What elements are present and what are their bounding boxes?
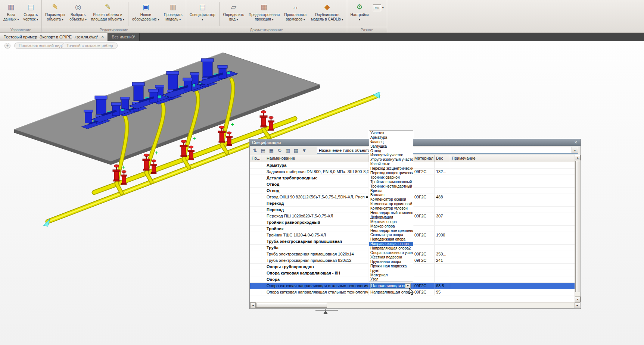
dropdown-option[interactable]: Пружинная подвеска <box>369 264 413 269</box>
combo-open-button[interactable]: ▼ <box>405 283 411 288</box>
panel-close-icon[interactable]: × <box>573 139 578 145</box>
dropdown-option[interactable]: Компенсатор сдвиговый <box>369 202 413 206</box>
export-icon[interactable]: ▥ <box>284 147 292 154</box>
filter-icon[interactable]: ▼ <box>301 147 308 154</box>
vertical-scroll-thumb[interactable] <box>575 161 580 292</box>
visual-style-control[interactable]: Точный с показом рёбер <box>62 43 118 49</box>
column-header[interactable]: Материал <box>413 155 435 162</box>
combo-arrow-icon[interactable]: ▼ <box>572 147 578 153</box>
dropdown-option[interactable]: Участок <box>369 131 413 135</box>
publish-cadlib-button[interactable]: ◆Опубликоватьмодель в CADLib ▾ <box>309 1 345 27</box>
dropdown-option[interactable]: Маркер опора <box>369 224 413 229</box>
define-view-button[interactable]: ▱Определитьвид ▾ <box>221 1 246 27</box>
document-tab[interactable]: Тестовый пример_Экспорт в CPIPE_+земля.d… <box>0 33 108 41</box>
object-params-button[interactable]: ✎Параметрыобъекта ▾ <box>43 1 67 27</box>
panel-title-bar[interactable]: Спецификация × <box>250 139 581 146</box>
dropdown-option[interactable]: Тройник штампованный <box>369 180 413 184</box>
cell-name: Переход ПШ 1020х820-7,5-0,75-ХЛ <box>261 213 369 219</box>
dropdown-option[interactable]: Балласт <box>369 193 413 197</box>
vertical-scrollbar[interactable]: ▲ ▼ <box>575 155 580 302</box>
calc-volume-button[interactable]: ✎Расчет объема иплощади объекта ▾ <box>89 1 126 27</box>
dropdown-option[interactable]: Заглушка <box>369 144 413 149</box>
cell-weight <box>435 238 450 245</box>
tab-close-icon[interactable]: × <box>101 34 104 40</box>
scroll-down-icon[interactable]: ▼ <box>575 297 581 302</box>
column-header[interactable]: Наименование <box>261 155 369 162</box>
database-button[interactable]: ▦Базаданных ▾ <box>1 1 21 27</box>
document-tab[interactable]: Без имени0* <box>108 33 140 41</box>
dropdown-option[interactable]: Врезка <box>369 189 413 193</box>
document-tab-bar: Тестовый пример_Экспорт в CPIPE_+земля.d… <box>0 33 644 41</box>
dropdown-option[interactable]: Жесткая подвеска <box>369 255 413 260</box>
settings-button[interactable]: ⚙Настройки▾ <box>349 1 371 27</box>
dropdown-option[interactable]: Переход концентрически <box>369 171 413 175</box>
table-view-icon[interactable]: ▦ <box>268 147 275 154</box>
scroll-left-icon[interactable]: ◄ <box>250 302 256 308</box>
viewport-controls-toggle[interactable]: + <box>4 43 10 48</box>
table-row[interactable]: Опора катковая направляющая стальных тех… <box>250 289 575 295</box>
horizontal-scrollbar[interactable]: ◄ ► <box>250 302 580 308</box>
dropdown-option[interactable]: Нестандартное креплени <box>369 229 413 233</box>
cell-name: Опора <box>261 276 369 283</box>
table-row[interactable]: Опора катковая направляющая стальных тех… <box>250 283 575 289</box>
dropdown-option[interactable]: Компенсатор угловой <box>369 206 413 211</box>
create-drawing-button[interactable]: ▤Создатьчертеж ▾ <box>21 1 40 27</box>
tab-label: Тестовый пример_Экспорт в CPIPE_+земля.d… <box>4 35 98 39</box>
chevron-down-icon: ▾ <box>62 18 63 21</box>
dropdown-option[interactable]: Отвод <box>369 149 413 153</box>
dropdown-option[interactable]: Деформация <box>369 215 413 220</box>
scroll-up-icon[interactable]: ▲ <box>575 155 581 160</box>
dropdown-option[interactable]: Пружинная опора <box>369 260 413 264</box>
cell-name: Отвод ОКШ 90 820(12К56)-7,5-0,75-1,5DN-Х… <box>261 194 369 200</box>
new-equipment-button[interactable]: ▣Новоеоборудование ▾ <box>130 1 161 27</box>
cell-material: 09Г2С <box>413 251 435 257</box>
dropdown-option[interactable]: Нестандартный компенс <box>369 211 413 215</box>
ms-button[interactable]: ms▾ <box>371 3 385 12</box>
dimensions-button[interactable]: ↔Простановкаразмеров ▾ <box>282 1 308 27</box>
dropdown-option[interactable]: Косой стык <box>369 162 413 166</box>
type-combo-editor[interactable]: Направляющая опор▼ <box>370 283 411 289</box>
dropdown-option[interactable]: Тройник сварной <box>369 175 413 180</box>
scroll-right-icon[interactable]: ► <box>575 302 580 308</box>
object-type-assignment-combo[interactable]: Назначение типов объектов ▼ <box>317 147 578 154</box>
dropdown-option[interactable]: Переход эксцентрически <box>369 166 413 171</box>
insert-row-icon[interactable]: ▤ <box>259 147 267 154</box>
preset-projection-button[interactable]: ▦Преднастроеннаяпроекция ▾ <box>247 1 281 27</box>
table-settings-icon[interactable]: ▩ <box>292 147 300 154</box>
select-objects-button[interactable]: ◎Выбратьобъекты ▾ <box>68 1 88 27</box>
ribbon-group: ✎Параметрыобъекта ▾◎Выбратьобъекты ▾✎Рас… <box>42 0 186 32</box>
view-name-control[interactable]: Пользовательский вид <box>14 43 66 49</box>
dropdown-option[interactable]: Направляющая опора <box>369 242 413 246</box>
dropdown-option[interactable]: Скользящая опора <box>369 233 413 237</box>
cell-weight: 241 <box>435 257 450 264</box>
dropdown-option[interactable]: Неподвижная опора <box>369 237 413 242</box>
specificator-button[interactable]: ▤Спецификатор▾ <box>188 1 217 27</box>
column-header[interactable]: Примечание <box>450 155 575 162</box>
cell-pos <box>250 188 261 194</box>
chevron-down-icon: ▾ <box>382 6 384 10</box>
column-header[interactable]: Вес <box>435 155 450 162</box>
dropdown-option[interactable]: Грунт <box>369 269 413 273</box>
dropdown-option[interactable]: Узел <box>369 277 413 282</box>
cell-pos <box>250 213 261 219</box>
cell-pos <box>250 219 261 226</box>
dropdown-option[interactable]: Фланец <box>369 140 413 144</box>
dropdown-option[interactable]: Направляющая опора2 <box>369 246 413 251</box>
dropdown-option[interactable]: Компенсатор осевой <box>369 197 413 202</box>
dropdown-option[interactable]: Мертвая опора <box>369 220 413 224</box>
specification-panel: Спецификация × ⇅▤▦↻▥▩▼ Назначение типов … <box>249 139 581 309</box>
dropdown-option[interactable]: Опора постоянного усил <box>369 251 413 255</box>
check-model-button[interactable]: ▥Проверитьмодель ▾ <box>162 1 184 27</box>
dropdown-option[interactable]: Материал <box>369 273 413 277</box>
horizontal-scroll-thumb[interactable] <box>256 303 327 308</box>
dropdown-option[interactable]: Изогнутый участок <box>369 153 413 157</box>
sort-icon[interactable]: ⇅ <box>251 147 259 154</box>
column-header[interactable]: По... <box>250 155 261 162</box>
cell-pos <box>250 194 261 200</box>
refresh-icon[interactable]: ↻ <box>276 147 283 154</box>
dropdown-option[interactable]: Упруго-изогнутый участо <box>369 157 413 162</box>
dropdown-option[interactable]: Арматура <box>369 135 413 140</box>
dropdown-option[interactable]: Тройник нестандартный <box>369 184 413 189</box>
cell-note <box>450 207 575 213</box>
cell-weight <box>435 162 450 169</box>
